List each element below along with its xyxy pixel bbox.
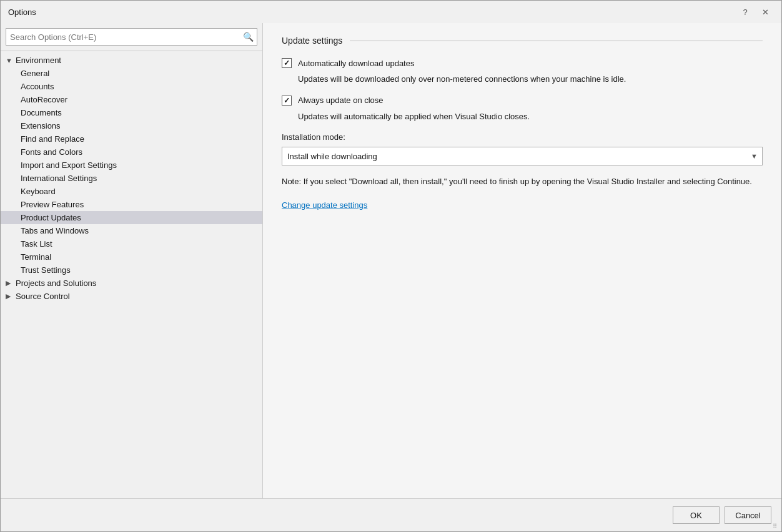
auto-download-checkbox-wrap[interactable]: Automatically download updates <box>282 58 414 68</box>
options-dialog: Options ? ✕ 🔍 ▼ Environment <box>0 0 782 532</box>
search-box-wrapper: 🔍 <box>1 23 262 51</box>
tree-item-general[interactable]: General <box>1 67 262 80</box>
right-panel: Update settings Automatically download u… <box>263 23 781 498</box>
help-button[interactable]: ? <box>736 3 754 21</box>
tree-label-trust-settings: Trust Settings <box>21 265 71 275</box>
always-update-checkbox-wrap[interactable]: Always update on close <box>282 96 384 106</box>
tree-item-preview-features[interactable]: Preview Features <box>1 198 262 211</box>
install-mode-label: Installation mode: <box>282 132 763 142</box>
tree-label-find-replace: Find and Replace <box>21 134 84 144</box>
dropdown-wrap: Install while downloading Download all, … <box>282 147 763 165</box>
tree-label-projects: Projects and Solutions <box>16 278 96 288</box>
search-input[interactable] <box>6 32 239 42</box>
title-bar-left: Options <box>8 7 36 17</box>
tree-label-tabs-windows: Tabs and Windows <box>21 226 89 235</box>
tree-item-task-list[interactable]: Task List <box>1 237 262 250</box>
close-button[interactable]: ✕ <box>756 3 774 21</box>
tree-label-product-updates: Product Updates <box>21 213 81 222</box>
tree-item-keyboard[interactable]: Keyboard <box>1 185 262 198</box>
tree-item-environment[interactable]: ▼ Environment <box>1 54 262 67</box>
resize-corner[interactable]: ⠿ <box>773 523 779 529</box>
title-bar-right: ? ✕ <box>736 3 774 21</box>
tree-item-source[interactable]: ▶ Source Control <box>1 290 262 303</box>
left-panel: 🔍 ▼ Environment General Accounts AutoRec… <box>1 23 263 498</box>
tree-label-environment: Environment <box>16 56 61 65</box>
tree-label-international: International Settings <box>21 174 97 183</box>
tree-item-accounts[interactable]: Accounts <box>1 80 262 93</box>
tree-label-task-list: Task List <box>21 239 52 249</box>
search-icon[interactable]: 🔍 <box>239 28 257 46</box>
tree-item-find-replace[interactable]: Find and Replace <box>1 132 262 145</box>
auto-download-checkbox[interactable] <box>282 58 292 68</box>
dialog-body: 🔍 ▼ Environment General Accounts AutoRec… <box>1 23 781 498</box>
tree-item-autorecover[interactable]: AutoRecover <box>1 93 262 106</box>
expand-arrow-environment: ▼ <box>6 57 13 64</box>
auto-download-desc: Updates will be downloaded only over non… <box>298 73 763 86</box>
section-header: Update settings <box>282 36 763 46</box>
tree-label-source: Source Control <box>16 292 70 301</box>
always-update-label: Always update on close <box>298 96 384 105</box>
change-update-settings-link[interactable]: Change update settings <box>282 200 367 210</box>
tree-item-international[interactable]: International Settings <box>1 172 262 185</box>
note-text: Note: If you select "Download all, then … <box>282 175 756 188</box>
expand-arrow-source: ▶ <box>6 292 13 300</box>
tree-item-tabs-windows[interactable]: Tabs and Windows <box>1 224 262 237</box>
tree-label-general: General <box>21 69 49 78</box>
always-update-desc: Updates will automatically be applied wh… <box>298 111 763 123</box>
dialog-footer: OK Cancel <box>1 498 781 531</box>
search-box: 🔍 <box>6 28 257 46</box>
tree-label-keyboard: Keyboard <box>21 187 56 196</box>
tree-item-import-export[interactable]: Import and Export Settings <box>1 159 262 172</box>
section-title: Update settings <box>282 36 342 46</box>
always-update-row: Always update on close <box>282 96 763 106</box>
tree-label-documents: Documents <box>21 108 62 117</box>
tree-label-fonts-colors: Fonts and Colors <box>21 147 82 157</box>
ok-button[interactable]: OK <box>673 506 720 524</box>
section-divider <box>350 41 763 41</box>
tree-item-projects[interactable]: ▶ Projects and Solutions <box>1 277 262 290</box>
tree-label-autorecover: AutoRecover <box>21 95 67 104</box>
always-update-checkbox[interactable] <box>282 96 292 106</box>
tree-label-extensions: Extensions <box>21 121 61 131</box>
tree-item-product-updates[interactable]: Product Updates <box>1 211 262 224</box>
tree-item-fonts-colors[interactable]: Fonts and Colors <box>1 145 262 159</box>
tree-item-extensions[interactable]: Extensions <box>1 119 262 132</box>
tree-label-terminal: Terminal <box>21 252 51 262</box>
auto-download-row: Automatically download updates <box>282 58 763 68</box>
tree-label-accounts: Accounts <box>21 82 54 91</box>
tree-panel: ▼ Environment General Accounts AutoRecov… <box>1 51 262 498</box>
tree-item-trust-settings[interactable]: Trust Settings <box>1 264 262 277</box>
auto-download-label: Automatically download updates <box>298 59 414 68</box>
title-bar: Options ? ✕ <box>1 1 781 23</box>
dialog-title: Options <box>8 7 36 17</box>
expand-arrow-projects: ▶ <box>6 279 13 287</box>
tree-item-documents[interactable]: Documents <box>1 106 262 119</box>
tree-item-terminal[interactable]: Terminal <box>1 250 262 264</box>
tree-label-import-export: Import and Export Settings <box>21 160 117 170</box>
cancel-button[interactable]: Cancel <box>725 506 771 524</box>
install-mode-dropdown[interactable]: Install while downloading Download all, … <box>282 147 763 165</box>
tree-label-preview-features: Preview Features <box>21 200 84 209</box>
